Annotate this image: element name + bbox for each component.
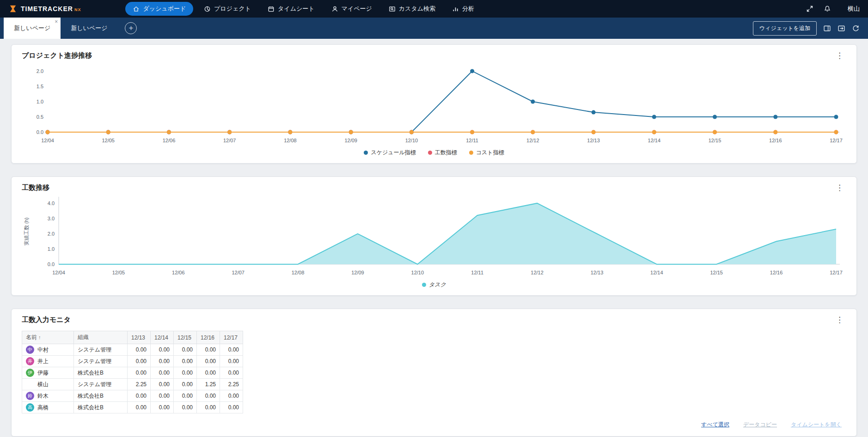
svg-text:2.0: 2.0 — [37, 68, 43, 74]
effort-value-cell: 0.00 — [174, 390, 197, 402]
org-cell: 株式会社B — [74, 390, 128, 402]
close-icon[interactable]: × — [55, 19, 58, 24]
table-footer-links: すべて選択データコピータイムシートを開く — [22, 413, 846, 432]
progress-line-chart: 0.00.51.01.52.012/0412/0512/0612/0712/08… — [22, 60, 846, 146]
refresh-button[interactable] — [852, 24, 860, 32]
table-header-row: 名前 ↑組織12/1312/1412/1512/1612/17 — [22, 331, 243, 344]
effort-area-chart: 実績工数 (h)0.01.02.03.04.012/0412/0512/0612… — [22, 192, 846, 278]
legend-dot — [422, 283, 426, 287]
svg-text:12/04: 12/04 — [52, 270, 65, 275]
nav-analysis[interactable]: 分析 — [446, 2, 480, 15]
add-widget-button[interactable]: ウィジェットを追加 — [753, 21, 817, 36]
nav-timesheet[interactable]: タイムシート — [262, 2, 321, 15]
column-header[interactable]: 12/16 — [197, 331, 220, 344]
open-timesheet-link[interactable]: タイムシートを開く — [791, 421, 842, 429]
avatar: 伊 — [26, 369, 34, 377]
table-row[interactable]: 伊伊藤株式会社B0.000.000.000.000.00 — [22, 367, 243, 379]
tab-label: 新しいページ — [14, 24, 50, 32]
fullscreen-button[interactable] — [806, 5, 813, 12]
sort-asc-icon: ↑ — [37, 334, 41, 340]
svg-text:1.0: 1.0 — [37, 99, 43, 104]
legend-dot — [364, 151, 368, 155]
svg-text:12/11: 12/11 — [466, 138, 478, 143]
nav-dashboard-label: ダッシュボード — [143, 5, 186, 13]
custom-search-icon — [389, 6, 396, 12]
column-header[interactable]: 12/14 — [151, 331, 174, 344]
notifications-button[interactable] — [824, 5, 831, 12]
column-header[interactable]: 組織 — [74, 331, 128, 344]
select-all-link[interactable]: すべて選択 — [701, 421, 729, 429]
table-row[interactable]: 鈴鈴木株式会社B0.000.000.000.000.00 — [22, 390, 243, 402]
svg-text:12/16: 12/16 — [770, 270, 783, 275]
effort-value-cell: 0.00 — [220, 344, 243, 356]
effort-value-cell: 0.00 — [220, 367, 243, 379]
svg-text:12/16: 12/16 — [769, 138, 782, 143]
svg-text:12/14: 12/14 — [648, 138, 661, 143]
effort-monitor-table: 名前 ↑組織12/1312/1412/1512/1612/17 中中村システム管… — [22, 331, 243, 413]
svg-text:12/14: 12/14 — [650, 270, 663, 275]
column-header[interactable]: 12/15 — [174, 331, 197, 344]
brand-name: TIMETRACKER — [21, 5, 73, 12]
kebab-menu-icon[interactable]: ⋮ — [833, 184, 846, 192]
svg-text:12/04: 12/04 — [41, 138, 54, 143]
legend-item[interactable]: コスト指標 — [469, 149, 504, 157]
effort-value-cell: 0.00 — [128, 367, 151, 379]
nav-mypage[interactable]: マイページ — [325, 2, 378, 15]
tab-new-page-2[interactable]: 新しいページ — [61, 18, 117, 39]
fullscreen-icon — [806, 5, 813, 12]
legend-item[interactable]: タスク — [422, 281, 446, 289]
svg-text:12/05: 12/05 — [112, 270, 125, 275]
add-page-button[interactable]: + — [125, 22, 137, 34]
nav-custom-search[interactable]: カスタム検索 — [383, 2, 441, 15]
effort-value-cell: 0.00 — [151, 344, 174, 356]
effort-value-cell: 2.25 — [220, 379, 243, 390]
kebab-menu-icon[interactable]: ⋮ — [833, 52, 846, 60]
tab-new-page-1[interactable]: 新しいページ × — [4, 18, 61, 39]
effort-value-cell: 0.00 — [128, 402, 151, 413]
svg-text:12/17: 12/17 — [830, 270, 843, 275]
column-header[interactable]: 名前 ↑ — [22, 331, 74, 344]
member-name-cell: 横山 — [22, 379, 74, 390]
user-menu[interactable]: 横山 — [848, 5, 860, 13]
table-row[interactable]: 中中村システム管理0.000.000.000.000.00 — [22, 344, 243, 356]
nav-analysis-label: 分析 — [462, 5, 474, 13]
avatar: 井 — [26, 357, 34, 365]
table-row[interactable]: 高高橋株式会社B0.000.000.000.000.00 — [22, 402, 243, 413]
svg-text:12/13: 12/13 — [587, 138, 600, 143]
org-cell: 株式会社B — [74, 402, 128, 413]
avatar: 鈴 — [26, 392, 34, 400]
svg-text:12/12: 12/12 — [526, 138, 539, 143]
column-header[interactable]: 12/13 — [128, 331, 151, 344]
data-copy-link[interactable]: データコピー — [743, 421, 777, 429]
kebab-menu-icon[interactable]: ⋮ — [833, 316, 846, 324]
card-effort-trend: 工数推移 ⋮ 実績工数 (h)0.01.02.03.04.012/0412/05… — [11, 176, 857, 296]
page-tab-bar: 新しいページ × 新しいページ + ウィジェットを追加 — [0, 18, 868, 39]
effort-value-cell: 0.00 — [128, 390, 151, 402]
home-icon — [133, 6, 140, 12]
effort-value-cell: 0.00 — [151, 379, 174, 390]
effort-value-cell: 1.25 — [197, 379, 220, 390]
effort-value-cell: 0.00 — [220, 390, 243, 402]
layout-panel-icon — [823, 24, 831, 32]
nav-dashboard[interactable]: ダッシュボード — [125, 2, 193, 16]
card-effort-input-monitor: 工数入力モニタ ⋮ 名前 ↑組織12/1312/1412/1512/1612/1… — [11, 309, 857, 437]
topbar-right: 横山 — [806, 5, 860, 13]
timesheet-icon — [268, 6, 275, 12]
effort-value-cell: 0.00 — [220, 356, 243, 367]
nav-projects[interactable]: プロジェクト — [198, 2, 257, 15]
table-row[interactable]: 横山システム管理2.250.000.001.252.25 — [22, 379, 243, 390]
column-header[interactable]: 12/17 — [220, 331, 243, 344]
nav-custom-search-label: カスタム検索 — [399, 5, 435, 13]
layout-panel-button[interactable] — [823, 24, 831, 32]
legend-item[interactable]: 工数指標 — [428, 149, 457, 157]
legend-item[interactable]: スケジュール指標 — [364, 149, 416, 157]
effort-value-cell: 0.00 — [220, 402, 243, 413]
svg-text:12/08: 12/08 — [284, 138, 297, 143]
svg-text:1.5: 1.5 — [37, 84, 43, 89]
open-panel-button[interactable] — [837, 24, 845, 32]
effort-value-cell: 0.00 — [128, 356, 151, 367]
effort-value-cell: 0.00 — [174, 356, 197, 367]
table-row[interactable]: 井井上システム管理0.000.000.000.000.00 — [22, 356, 243, 367]
svg-text:12/17: 12/17 — [830, 138, 843, 143]
analysis-icon — [452, 6, 459, 12]
